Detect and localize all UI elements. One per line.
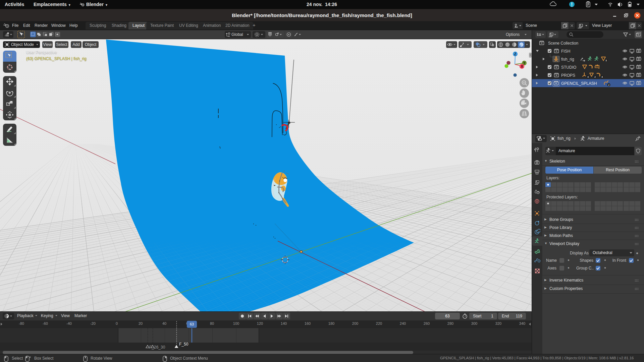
svg-text:X: X — [521, 65, 523, 68]
svg-text:2: 2 — [594, 75, 596, 78]
svg-text:PROPS: PROPS — [561, 73, 575, 78]
svg-text:STUDIO: STUDIO — [561, 65, 576, 70]
svg-text:Scene Collection: Scene Collection — [548, 41, 578, 46]
svg-text:3: 3 — [605, 59, 607, 62]
svg-text:2: 2 — [608, 83, 609, 86]
svg-text:Y: Y — [523, 61, 526, 65]
svg-text:GPENCIL_SPLASH: GPENCIL_SPLASH — [561, 81, 597, 86]
svg-text:fish_rig: fish_rig — [561, 57, 574, 62]
svg-text:FISH: FISH — [561, 49, 570, 54]
svg-text:Z: Z — [514, 52, 516, 56]
